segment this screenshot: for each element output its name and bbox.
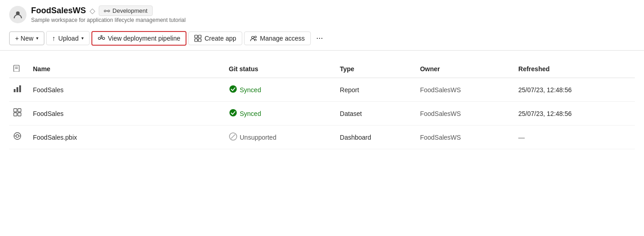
row-0-git-status: Synced — [224, 78, 335, 102]
svg-point-13 — [251, 36, 254, 38]
upload-chevron-icon: ▾ — [81, 36, 84, 41]
synced-icon — [229, 85, 237, 94]
row-1-refreshed: 25/07/23, 12:48:56 — [513, 102, 635, 126]
diamond-icon: ◇ — [90, 6, 95, 15]
badge-label: Development — [112, 7, 148, 14]
toolbar: + New ▾ ↑ Upload ▾ View deployment pipel… — [0, 28, 644, 51]
svg-rect-20 — [19, 85, 21, 92]
col-type-header: Type — [335, 60, 415, 78]
row-1-type: Dataset — [335, 102, 415, 126]
row-1-name[interactable]: FoodSales — [27, 102, 132, 126]
items-table: Name Git status Type Owner Refreshed Foo… — [9, 60, 635, 149]
row-2-owner: FoodSalesWS — [415, 126, 513, 149]
svg-point-21 — [229, 85, 237, 93]
row-1-git-label: Synced — [240, 110, 261, 117]
manage-access-icon — [250, 35, 257, 42]
workspace-title-row: FoodSalesWS ◇ Development — [31, 5, 186, 16]
table-header-row: Name Git status Type Owner Refreshed — [9, 60, 635, 78]
workspace-info: FoodSalesWS ◇ Development Sample workspa… — [31, 5, 186, 23]
workspace-subtitle: Sample workspace for application lifecyc… — [31, 17, 186, 23]
workspace-name: FoodSalesWS — [31, 6, 86, 16]
row-1-owner: FoodSalesWS — [415, 102, 513, 126]
row-1-spacer — [132, 102, 224, 126]
svg-point-5 — [102, 37, 105, 39]
svg-rect-12 — [198, 39, 201, 42]
create-app-label: Create app — [204, 35, 236, 42]
pipeline-small-icon — [104, 8, 110, 14]
table-row[interactable]: FoodSales.pbixUnsupportedDashboardFoodSa… — [9, 126, 635, 149]
row-0-type: Report — [335, 78, 415, 102]
upload-button[interactable]: ↑ Upload ▾ — [46, 31, 90, 45]
col-spacer — [132, 60, 224, 78]
table-row[interactable]: FoodSalesSyncedDatasetFoodSalesWS25/07/2… — [9, 102, 635, 126]
row-2-git-label: Unsupported — [240, 134, 277, 141]
workspace-avatar — [9, 6, 27, 23]
svg-rect-22 — [14, 109, 17, 112]
more-options-button[interactable]: ··· — [313, 31, 327, 46]
svg-point-2 — [108, 10, 110, 12]
header: FoodSalesWS ◇ Development Sample workspa… — [0, 0, 644, 28]
row-0-owner: FoodSalesWS — [415, 78, 513, 102]
manage-access-label: Manage access — [260, 35, 305, 42]
svg-rect-19 — [16, 87, 18, 92]
svg-point-26 — [229, 109, 237, 116]
row-2-refreshed: — — [513, 126, 635, 149]
table-row[interactable]: FoodSalesSyncedReportFoodSalesWS25/07/23… — [9, 78, 635, 102]
svg-line-32 — [231, 135, 235, 139]
col-icon — [9, 60, 27, 78]
svg-rect-25 — [18, 113, 21, 116]
manage-access-button[interactable]: Manage access — [244, 31, 311, 45]
row-0-git-label: Synced — [240, 86, 261, 94]
pipeline-label: View deployment pipeline — [108, 35, 181, 42]
row-1-git-status: Synced — [224, 102, 335, 126]
pipeline-icon — [98, 35, 105, 42]
col-name-header: Name — [27, 60, 132, 78]
row-2-type: Dashboard — [335, 126, 415, 149]
col-refreshed-header: Refreshed — [513, 60, 635, 78]
synced-icon — [229, 109, 237, 118]
create-app-button[interactable]: Create app — [188, 31, 242, 45]
new-label: + New — [15, 35, 33, 42]
svg-rect-23 — [18, 109, 21, 112]
svg-point-7 — [101, 35, 102, 37]
col-git-status-header: Git status — [224, 60, 335, 78]
content-area: Name Git status Type Owner Refreshed Foo… — [0, 51, 644, 149]
row-0-name[interactable]: FoodSales — [27, 78, 132, 102]
create-app-icon — [194, 35, 202, 42]
svg-rect-18 — [14, 89, 16, 92]
unsupported-icon — [229, 132, 237, 142]
row-2-name[interactable]: FoodSales.pbix — [27, 126, 132, 149]
more-icon: ··· — [316, 33, 323, 43]
svg-point-4 — [98, 37, 101, 39]
upload-label: Upload — [59, 35, 79, 42]
row-1-icon — [9, 102, 27, 126]
new-button[interactable]: + New ▾ — [9, 31, 44, 45]
svg-rect-9 — [195, 35, 197, 38]
svg-point-1 — [104, 10, 106, 12]
col-owner-header: Owner — [415, 60, 513, 78]
view-deployment-pipeline-button[interactable]: View deployment pipeline — [91, 31, 187, 46]
svg-rect-10 — [198, 35, 201, 38]
row-2-spacer — [132, 126, 224, 149]
row-0-icon — [9, 78, 27, 102]
upload-icon: ↑ — [52, 34, 56, 42]
svg-point-14 — [255, 36, 256, 38]
row-0-spacer — [132, 78, 224, 102]
row-2-icon — [9, 126, 27, 149]
row-2-git-status: Unsupported — [224, 126, 335, 149]
row-0-refreshed: 25/07/23, 12:48:56 — [513, 78, 635, 102]
svg-rect-24 — [14, 113, 17, 116]
new-chevron-icon: ▾ — [36, 36, 38, 41]
svg-point-28 — [16, 135, 19, 137]
dev-badge: Development — [99, 5, 153, 16]
svg-rect-11 — [195, 39, 197, 42]
